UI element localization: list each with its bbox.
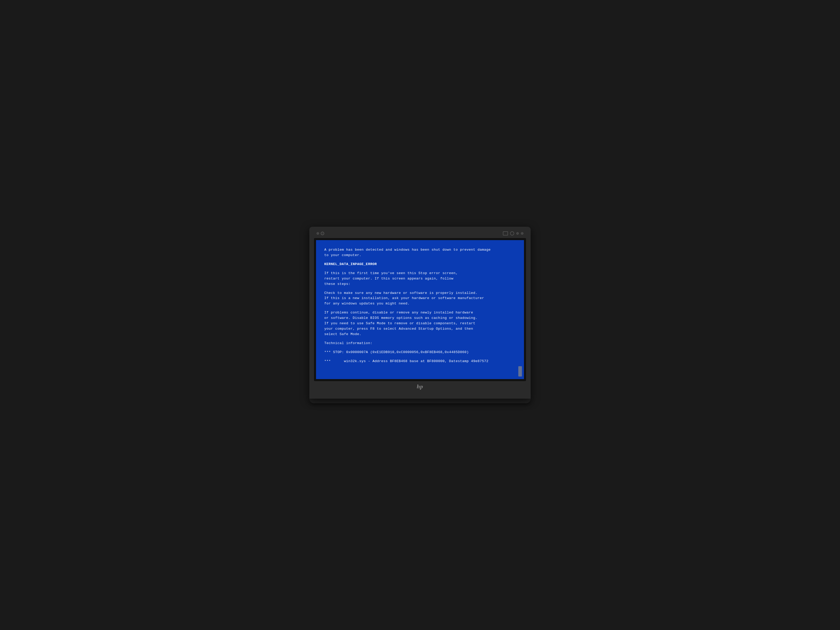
- bsod-line-1: A problem has been detected and windows …: [324, 247, 516, 253]
- top-right-icons: [503, 231, 523, 235]
- bsod-spacer-1: [324, 258, 516, 262]
- laptop-base: [309, 399, 531, 403]
- hp-logo: hp: [417, 383, 423, 390]
- bsod-spacer-6: [324, 346, 516, 350]
- laptop-top-bar: [314, 231, 526, 238]
- bsod-line-2: to your computer.: [324, 253, 516, 258]
- bsod-stop-line: *** STOP: 0x0000007A (0xE1EDB910,0xC0000…: [324, 350, 516, 355]
- bsod-spacer-5: [324, 337, 516, 341]
- bsod-driver-line: *** win32k.sys - Address BF8EB468 base a…: [324, 359, 516, 364]
- bsod-para3-line3: If you need to use Safe Mode to remove o…: [324, 321, 516, 326]
- laptop-body: A problem has been detected and windows …: [309, 227, 531, 399]
- bsod-tech-info: Technical information:: [324, 341, 516, 346]
- bsod-screen: A problem has been detected and windows …: [316, 240, 524, 379]
- camera-area: [317, 232, 324, 235]
- bsod-spacer-7: [324, 355, 516, 359]
- bsod-spacer-4: [324, 306, 516, 310]
- bsod-para2-line2: If this is a new installation, ask your …: [324, 296, 516, 301]
- laptop-bottom: hp: [314, 381, 526, 391]
- bsod-spacer-3: [324, 287, 516, 291]
- bsod-para3-line5: select Safe Mode.: [324, 332, 516, 337]
- icon-box-1: [503, 231, 508, 235]
- bsod-para1-line3: these steps:: [324, 281, 516, 287]
- bsod-para3-line1: If problems continue, disable or remove …: [324, 310, 516, 316]
- bsod-para1-line1: If this is the first time you've seen th…: [324, 271, 516, 276]
- icon-circle: [510, 231, 514, 235]
- screen-bezel: A problem has been detected and windows …: [314, 238, 526, 381]
- bsod-error-code: KERNEL_DATA_INPAGE_ERROR: [324, 262, 516, 267]
- scroll-indicator: [518, 366, 522, 376]
- icon-dot-2: [521, 232, 523, 235]
- bsod-para3-line2: or software. Disable BIOS memory options…: [324, 316, 516, 321]
- camera-indicator: [317, 232, 319, 235]
- bsod-spacer-2: [324, 267, 516, 271]
- icon-dot-1: [516, 232, 519, 235]
- bsod-para2-line3: for any windows updates you might need.: [324, 301, 516, 306]
- bsod-para3-line4: your computer, press F8 to select Advanc…: [324, 326, 516, 332]
- bsod-para2-line1: Check to make sure any new hardware or s…: [324, 291, 516, 296]
- camera-lens: [321, 232, 324, 235]
- bsod-para1-line2: restart your computer. If this screen ap…: [324, 276, 516, 281]
